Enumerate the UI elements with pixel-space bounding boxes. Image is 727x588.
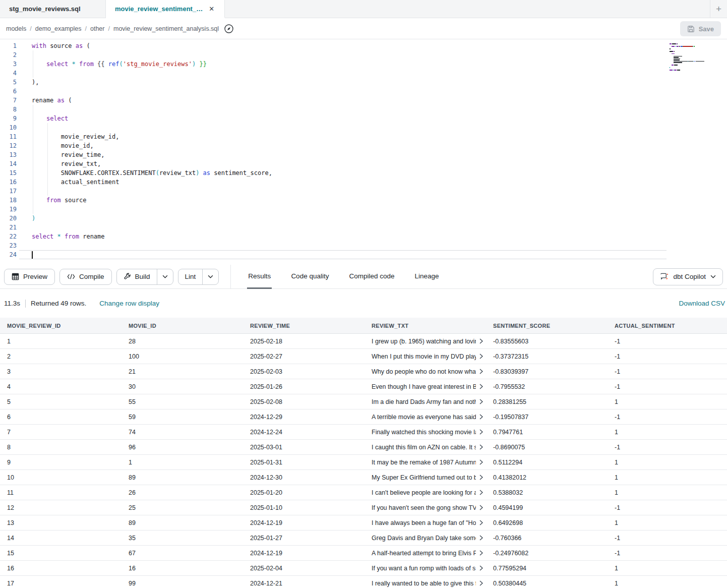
table-row[interactable]: 4302025-01-26Even though I have great in…	[0, 379, 727, 394]
code-line-2[interactable]: 2	[0, 50, 727, 60]
compile-button[interactable]: Compile	[59, 269, 112, 285]
tab-compiled-code[interactable]: Compiled code	[348, 265, 395, 289]
code-line-15[interactable]: 15 SNOWFLAKE.CORTEX.SENTIMENT(review_txt…	[0, 168, 727, 178]
tab-movie-review-sentiment-analysis[interactable]: movie_review_sentiment_… ✕	[106, 0, 225, 18]
expand-cell-icon[interactable]	[479, 580, 483, 586]
dbt-copilot-button[interactable]: dbt Copilot	[653, 268, 723, 285]
change-row-display-link[interactable]: Change row display	[99, 300, 159, 307]
column-header-review-time[interactable]: REVIEW_TIME	[243, 318, 365, 333]
review-text: I really wanted to be able to give this …	[372, 580, 476, 587]
expand-cell-icon[interactable]	[479, 535, 483, 541]
code-line-6[interactable]: 6	[0, 87, 727, 96]
code-line-7[interactable]: 7rename as (	[0, 96, 727, 105]
cell-review-time: 2025-02-27	[243, 349, 365, 364]
expand-cell-icon[interactable]	[479, 444, 483, 450]
code-line-5[interactable]: 5),	[0, 78, 727, 87]
expand-cell-icon[interactable]	[479, 565, 483, 571]
code-line-9[interactable]: 9 select	[0, 114, 727, 123]
expand-cell-icon[interactable]	[479, 429, 483, 435]
expand-cell-icon[interactable]	[479, 338, 483, 344]
table-row[interactable]: 1282025-02-18I grew up (b. 1965) watchin…	[0, 334, 727, 349]
code-line-12[interactable]: 12 movie_id,	[0, 141, 727, 150]
table-row[interactable]: 6592024-12-29A terrible movie as everyon…	[0, 409, 727, 425]
code-line-11[interactable]: 11 movie_review_id,	[0, 132, 727, 141]
column-header-movie-review-id[interactable]: MOVIE_REVIEW_ID	[0, 318, 122, 333]
column-header-movie-id[interactable]: MOVIE_ID	[122, 318, 243, 333]
cell-movie-id: 100	[122, 349, 243, 364]
table-row[interactable]: 21002025-02-27When I put this movie in m…	[0, 349, 727, 364]
code-line-17[interactable]: 17	[0, 187, 727, 196]
column-header-review-txt[interactable]: REVIEW_TXT	[365, 318, 486, 333]
indent-guide	[33, 205, 33, 214]
code-line-20[interactable]: 20)	[0, 214, 727, 223]
breadcrumb-models[interactable]: models	[6, 25, 26, 32]
minimap-line	[670, 69, 706, 70]
code-line-16[interactable]: 16 actual_sentiment	[0, 178, 727, 187]
download-csv-link[interactable]: Download CSV	[679, 300, 726, 307]
table-row[interactable]: 3212025-02-03Why do people who do not kn…	[0, 364, 727, 379]
new-tab-button[interactable]: +	[710, 0, 727, 18]
expand-cell-icon[interactable]	[479, 459, 483, 465]
table-row[interactable]: 912025-01-31It may be the remake of 1987…	[0, 455, 727, 470]
cell-movie-id: 35	[122, 531, 243, 545]
breadcrumb-demo-examples[interactable]: demo_examples	[35, 25, 82, 32]
code-line-1[interactable]: 1with source as (	[0, 41, 727, 50]
copilot-compass-icon[interactable]	[224, 24, 234, 34]
build-button[interactable]: Build	[117, 273, 157, 280]
cell-actual-sentiment: -1	[608, 364, 727, 379]
tab-results[interactable]: Results	[247, 265, 272, 289]
expand-cell-icon[interactable]	[479, 384, 483, 389]
code-line-3[interactable]: 3 select * from {{ ref('stg_movie_review…	[0, 60, 727, 69]
code-editor[interactable]: 1with source as (23 select * from {{ ref…	[0, 39, 727, 265]
cell-review-time: 2024-12-19	[243, 515, 365, 530]
table-row[interactable]: 16162025-02-04If you want a fun romp wit…	[0, 561, 727, 576]
column-header-actual-sentiment[interactable]: ACTUAL_SENTIMENT	[608, 318, 727, 333]
code-line-23[interactable]: 23	[0, 241, 727, 250]
code-line-13[interactable]: 13 review_time,	[0, 150, 727, 159]
table-row[interactable]: 14352025-01-27Greg Davis and Bryan Daly …	[0, 531, 727, 546]
code-line-19[interactable]: 19	[0, 205, 727, 214]
code-line-14[interactable]: 14 review_txt,	[0, 159, 727, 168]
tab-lineage[interactable]: Lineage	[414, 265, 440, 289]
code-line-24[interactable]: 24	[0, 250, 727, 259]
table-row[interactable]: 15672024-12-19A half-hearted attempt to …	[0, 546, 727, 561]
expand-cell-icon[interactable]	[479, 520, 483, 525]
expand-cell-icon[interactable]	[479, 490, 483, 495]
table-body: 1282025-02-18I grew up (b. 1965) watchin…	[0, 334, 727, 588]
code-line-4[interactable]: 4	[0, 69, 727, 78]
expand-cell-icon[interactable]	[479, 475, 483, 480]
table-row[interactable]: 10892024-12-30My Super Ex Girlfriend tur…	[0, 470, 727, 485]
code-line-18[interactable]: 18 from source	[0, 196, 727, 205]
close-tab-icon[interactable]: ✕	[208, 5, 215, 13]
breadcrumb-movie-review-sentiment-analysis-sql[interactable]: movie_review_sentiment_analysis.sql	[113, 25, 219, 32]
table-row[interactable]: 7742024-12-24Finally watched this shocki…	[0, 425, 727, 440]
table-row[interactable]: 12252025-01-10If you haven't seen the go…	[0, 500, 727, 515]
column-header-sentiment-score[interactable]: SENTIMENT_SCORE	[486, 318, 608, 333]
table-row[interactable]: 8962025-03-01I caught this film on AZN o…	[0, 440, 727, 455]
table-row[interactable]: 17992024-12-21I really wanted to be able…	[0, 576, 727, 588]
table-row[interactable]: 5552025-02-08Im a die hard Dads Army fan…	[0, 394, 727, 409]
cell-review-txt: If you want a fun romp with loads of s…	[365, 561, 486, 575]
expand-cell-icon[interactable]	[479, 369, 483, 374]
code-line-8[interactable]: 8	[0, 105, 727, 114]
editor-minimap[interactable]	[670, 43, 706, 74]
build-dropdown-button[interactable]	[157, 269, 173, 284]
expand-cell-icon[interactable]	[479, 414, 483, 420]
lint-button[interactable]: Lint	[178, 273, 203, 280]
breadcrumb-other[interactable]: other	[90, 25, 105, 32]
lint-dropdown-button[interactable]	[202, 269, 218, 284]
expand-cell-icon[interactable]	[479, 505, 483, 510]
code-line-10[interactable]: 10	[0, 123, 727, 132]
table-row[interactable]: 13892024-12-19I have always been a huge …	[0, 515, 727, 531]
preview-button[interactable]: Preview	[4, 269, 55, 285]
code-line-21[interactable]: 21	[0, 223, 727, 232]
cell-sentiment-score: -0.24976082	[486, 546, 608, 560]
expand-cell-icon[interactable]	[479, 550, 483, 556]
save-button[interactable]: Save	[680, 21, 721, 36]
expand-cell-icon[interactable]	[479, 399, 483, 404]
tab-stg-movie-reviews[interactable]: stg_movie_reviews.sql	[0, 0, 106, 18]
expand-cell-icon[interactable]	[479, 354, 483, 359]
table-row[interactable]: 11262025-01-20I can't believe people are…	[0, 485, 727, 500]
code-line-22[interactable]: 22select * from rename	[0, 232, 727, 241]
tab-code-quality[interactable]: Code quality	[290, 265, 330, 289]
